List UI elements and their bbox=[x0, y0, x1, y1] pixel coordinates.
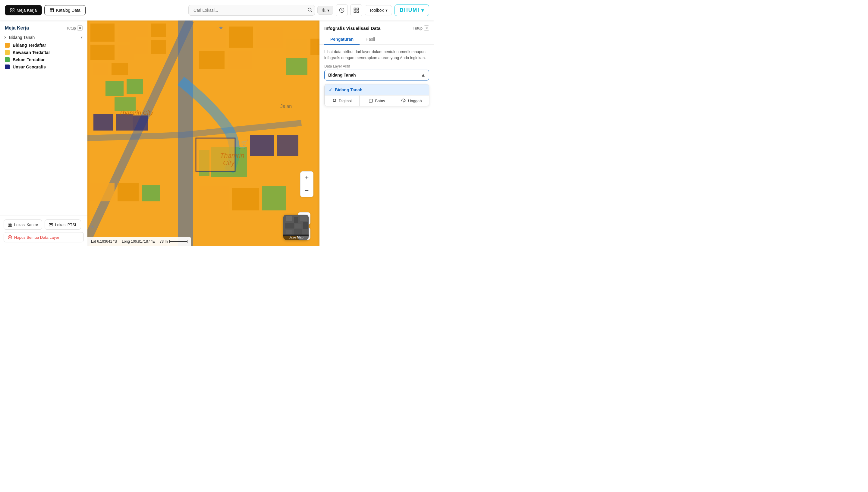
svg-rect-42 bbox=[232, 188, 259, 211]
scale-bar: 73 m bbox=[160, 239, 188, 244]
zoom-out-button[interactable]: − bbox=[301, 184, 313, 197]
right-close-label: Tutup bbox=[413, 26, 423, 30]
svg-text:★: ★ bbox=[91, 224, 95, 229]
svg-rect-2 bbox=[10, 10, 12, 12]
dropdown-section: Data Layer Aktif Bidang Tanah ▲ bbox=[324, 64, 429, 80]
zoom-in-button[interactable]: + bbox=[301, 172, 313, 184]
svg-rect-3 bbox=[12, 10, 14, 12]
svg-rect-0 bbox=[10, 8, 12, 10]
svg-rect-59 bbox=[285, 223, 294, 228]
svg-rect-19 bbox=[130, 24, 148, 37]
legend-label: Unsur Geografis bbox=[12, 65, 46, 69]
svg-text:★: ★ bbox=[219, 25, 223, 31]
svg-rect-43 bbox=[262, 186, 286, 211]
svg-rect-21 bbox=[130, 40, 148, 54]
zoom-control-button[interactable]: ▾ bbox=[317, 6, 333, 15]
svg-rect-39 bbox=[118, 183, 138, 201]
info-text: Lihat data atribut dari layer dalam bent… bbox=[324, 49, 429, 60]
legend-item: Bidang Terdaftar bbox=[5, 43, 83, 48]
check-icon: ✓ bbox=[329, 88, 332, 92]
svg-text:Thamrin: Thamrin bbox=[220, 152, 245, 159]
layer-group-expand-icon bbox=[3, 35, 7, 40]
left-panel-footer: Lokasi Kantor Lokasi PTSL Hapus Semua Da… bbox=[0, 216, 87, 246]
svg-rect-33 bbox=[228, 51, 252, 69]
unggah-label: Unggah bbox=[408, 99, 422, 103]
chevron-down-icon: ▾ bbox=[81, 35, 83, 40]
svg-text:🛒: 🛒 bbox=[238, 139, 249, 149]
layer-group-header[interactable]: Bidang Tanah ▾ bbox=[0, 33, 87, 42]
svg-rect-62 bbox=[286, 230, 292, 234]
left-panel: Meja Kerja Tutup ✕ Bidang Tanah ▾ Bidang… bbox=[0, 21, 87, 246]
svg-rect-9 bbox=[354, 11, 356, 13]
svg-point-71 bbox=[333, 101, 334, 102]
svg-rect-40 bbox=[142, 185, 160, 201]
svg-rect-22 bbox=[151, 40, 166, 54]
coords-bar: Lat 6.193641 °S Long 106.817187 °E 73 m bbox=[87, 237, 191, 246]
svg-point-70 bbox=[335, 101, 336, 102]
bhumi-button[interactable]: BHUMI ▾ bbox=[394, 4, 429, 16]
svg-rect-57 bbox=[294, 217, 298, 223]
right-panel: Infografis Visualisasi Data Tutup ✕ Peng… bbox=[320, 21, 434, 246]
sub-btns-row: Digitasi Batas Unggah bbox=[325, 95, 429, 106]
svg-rect-58 bbox=[300, 216, 307, 221]
coords-lat: Lat 6.193641 °S bbox=[91, 239, 117, 244]
svg-rect-1 bbox=[12, 8, 14, 10]
dropdown-list: ✓ Bidang Tanah Digitasi Batas Unggah bbox=[324, 84, 429, 106]
batas-button[interactable]: Batas bbox=[360, 96, 394, 106]
meja-kerja-label: Meja Kerja bbox=[17, 8, 37, 13]
dropdown-list-item-bidang-tanah[interactable]: ✓ Bidang Tanah bbox=[325, 84, 429, 95]
svg-point-4 bbox=[308, 8, 311, 11]
svg-rect-28 bbox=[133, 116, 148, 130]
legend-item: Belum Terdaftar bbox=[5, 57, 83, 62]
legend-item: Unsur Geografis bbox=[5, 65, 83, 69]
legend-swatch bbox=[5, 43, 10, 48]
digitasi-button[interactable]: Digitasi bbox=[325, 96, 360, 106]
svg-point-69 bbox=[335, 99, 336, 100]
hapus-data-button[interactable]: Hapus Semua Data Layer bbox=[4, 232, 84, 242]
grid-button[interactable] bbox=[350, 4, 362, 16]
hapus-label: Hapus Semua Data Layer bbox=[14, 235, 59, 240]
dropdown-list-item-label: Bidang Tanah bbox=[335, 88, 363, 92]
navbar: Meja Kerja Katalog Data ▾ Toolbox ▾ BHUM… bbox=[0, 0, 434, 21]
base-map-thumb-svg bbox=[283, 215, 309, 236]
svg-rect-37 bbox=[277, 135, 298, 156]
meja-kerja-button[interactable]: Meja Kerja bbox=[5, 5, 42, 16]
base-map-thumbnail[interactable]: Base Map bbox=[283, 215, 309, 240]
lokasi-kantor-button[interactable]: Lokasi Kantor bbox=[4, 219, 42, 230]
search-wrapper bbox=[188, 5, 315, 16]
search-input[interactable] bbox=[188, 5, 315, 16]
right-panel-header: Infografis Visualisasi Data Tutup ✕ bbox=[320, 21, 434, 33]
history-button[interactable] bbox=[336, 4, 348, 16]
svg-rect-72 bbox=[369, 99, 373, 102]
tab-row: Pengaturan Hasil bbox=[320, 33, 434, 45]
close-icon: ✕ bbox=[77, 25, 83, 31]
svg-rect-61 bbox=[303, 222, 308, 229]
search-button[interactable] bbox=[307, 7, 312, 14]
svg-rect-45 bbox=[286, 39, 307, 55]
svg-rect-31 bbox=[256, 27, 283, 48]
scale-line bbox=[170, 241, 187, 242]
bhumi-label: BHUMI bbox=[400, 7, 419, 13]
toolbox-button[interactable]: Toolbox ▾ bbox=[365, 5, 392, 16]
svg-text:Jalan: Jalan bbox=[280, 104, 292, 109]
katalog-data-button[interactable]: Katalog Data bbox=[44, 5, 85, 16]
left-panel-close-button[interactable]: Tutup ✕ bbox=[66, 25, 83, 31]
svg-rect-27 bbox=[116, 114, 133, 130]
legend-item: Kawasan Terdaftar bbox=[5, 50, 83, 55]
layer-dropdown[interactable]: Bidang Tanah bbox=[324, 70, 429, 80]
svg-rect-47 bbox=[286, 58, 307, 75]
legend-label: Belum Terdaftar bbox=[12, 57, 45, 62]
tab-hasil[interactable]: Hasil bbox=[360, 34, 381, 45]
lokasi-ptsl-button[interactable]: Lokasi PTSL bbox=[45, 219, 81, 230]
footer-top-row: Lokasi Kantor Lokasi PTSL bbox=[4, 219, 84, 230]
batas-label: Batas bbox=[375, 99, 385, 103]
tab-pengaturan[interactable]: Pengaturan bbox=[324, 34, 360, 45]
svg-rect-8 bbox=[357, 8, 359, 10]
legend-swatch bbox=[5, 65, 10, 69]
legend-swatch bbox=[5, 57, 10, 62]
legend-label: Bidang Terdaftar bbox=[12, 43, 46, 48]
unggah-button[interactable]: Unggah bbox=[394, 96, 429, 106]
svg-rect-15 bbox=[91, 45, 114, 60]
svg-rect-26 bbox=[94, 114, 113, 130]
right-panel-close-button[interactable]: Tutup ✕ bbox=[413, 25, 429, 31]
